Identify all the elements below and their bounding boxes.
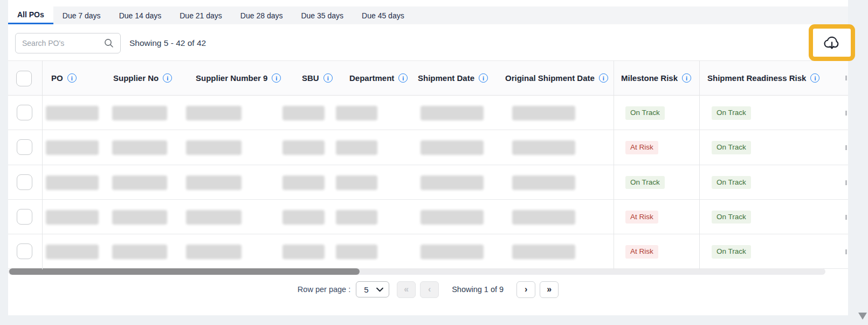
clipped-column-fragment <box>845 145 847 150</box>
redacted-cell-supplier-no <box>112 175 167 190</box>
info-icon[interactable]: i <box>323 73 333 83</box>
redacted-cell-supplier-number-9 <box>186 106 242 120</box>
column-header-shipment-readiness-risk: Shipment Readiness Riski <box>707 61 819 95</box>
tab-due-35-days[interactable]: Due 35 days <box>292 6 353 24</box>
rows-per-page-select[interactable]: 5 <box>356 281 389 297</box>
column-header-original-shipment-date: Original Shipment Datei <box>505 61 608 95</box>
cursor-artifact <box>858 313 867 320</box>
tab-label: All POs <box>17 10 44 19</box>
cloud-download-icon <box>822 33 842 52</box>
info-icon[interactable]: i <box>398 73 408 83</box>
readiness-risk-badge: On Track <box>712 141 751 154</box>
column-label: Supplier No <box>113 73 159 83</box>
tab-label: Due 28 days <box>240 11 283 20</box>
redacted-cell-original-shipment-date <box>512 210 575 225</box>
info-icon[interactable]: i <box>163 73 172 83</box>
row-checkbox[interactable] <box>17 209 32 225</box>
next-page-button[interactable]: › <box>516 281 535 298</box>
column-header-sbu: SBUi <box>302 61 333 95</box>
column-divider <box>614 60 614 269</box>
info-icon[interactable]: i <box>810 73 819 83</box>
redacted-cell-sbu <box>283 106 325 120</box>
tab-all-pos[interactable]: All POs <box>8 6 53 24</box>
redacted-cell-original-shipment-date <box>512 140 575 155</box>
column-header-department: Departmenti <box>349 61 408 95</box>
column-header-supplier-number-9: Supplier Number 9i <box>196 61 281 95</box>
select-all-checkbox[interactable] <box>16 71 32 86</box>
tab-label: Due 7 days <box>63 11 101 20</box>
redacted-cell-supplier-number-9 <box>186 210 242 225</box>
redacted-cell-shipment-date <box>421 175 484 190</box>
clipped-column-fragment <box>845 249 847 254</box>
chevron-down-icon <box>376 287 383 292</box>
redacted-cell-po <box>46 106 99 120</box>
redacted-cell-department <box>336 210 377 225</box>
tab-due-45-days[interactable]: Due 45 days <box>353 6 414 24</box>
redacted-cell-department <box>336 140 377 155</box>
po-table-panel: All POs Due 7 days Due 14 days Due 21 da… <box>8 0 848 315</box>
horizontal-scrollbar-thumb[interactable] <box>9 268 360 275</box>
redacted-cell-po <box>46 140 99 155</box>
clipped-column-fragment <box>845 76 847 80</box>
milestone-risk-badge: On Track <box>625 176 665 189</box>
tab-due-21-days[interactable]: Due 21 days <box>170 6 231 24</box>
tab-bar: All POs Due 7 days Due 14 days Due 21 da… <box>8 6 848 24</box>
column-label: Milestone Risk <box>621 73 678 83</box>
clipped-column-fragment <box>845 111 847 116</box>
first-page-button[interactable]: « <box>397 281 416 298</box>
redacted-cell-original-shipment-date <box>512 106 575 120</box>
column-label: Department <box>349 73 394 83</box>
tab-due-7-days[interactable]: Due 7 days <box>53 6 110 24</box>
redacted-cell-supplier-no <box>112 140 167 155</box>
info-icon[interactable]: i <box>272 73 281 83</box>
info-icon[interactable]: i <box>67 73 77 83</box>
table-row: At Risk On Track <box>8 130 848 165</box>
last-page-button[interactable]: » <box>540 281 559 298</box>
info-icon[interactable]: i <box>682 73 691 83</box>
table-row: At Risk On Track <box>8 234 848 269</box>
redacted-cell-original-shipment-date <box>512 175 575 190</box>
search-input[interactable] <box>16 39 101 48</box>
readiness-risk-badge: On Track <box>712 211 751 224</box>
readiness-risk-badge: On Track <box>712 176 751 189</box>
column-header-shipment-date: Shipment Datei <box>418 61 488 95</box>
download-button-highlight <box>809 24 855 61</box>
column-divider <box>42 60 43 269</box>
tab-label: Due 35 days <box>301 11 343 20</box>
clipped-column-fragment <box>845 180 847 185</box>
tab-due-14-days[interactable]: Due 14 days <box>110 6 171 24</box>
tab-label: Due 21 days <box>180 11 222 20</box>
milestone-risk-badge: On Track <box>625 106 665 120</box>
column-header-milestone-risk: Milestone Riski <box>621 61 691 95</box>
column-label: Shipment Date <box>418 73 474 83</box>
redacted-cell-department <box>336 245 377 259</box>
column-header-po: POi <box>51 61 77 95</box>
row-checkbox[interactable] <box>17 139 32 155</box>
table-row: At Risk On Track <box>8 200 848 234</box>
column-label: Original Shipment Date <box>505 73 595 83</box>
horizontal-scrollbar[interactable] <box>8 268 825 275</box>
column-label: Shipment Readiness Risk <box>707 73 806 83</box>
tab-due-28-days[interactable]: Due 28 days <box>231 6 292 24</box>
row-checkbox[interactable] <box>17 105 32 120</box>
download-button[interactable] <box>819 30 844 55</box>
redacted-cell-shipment-date <box>421 140 484 155</box>
redacted-cell-sbu <box>283 245 325 259</box>
info-icon[interactable]: i <box>599 73 608 83</box>
redacted-cell-sbu <box>283 210 325 225</box>
row-checkbox[interactable] <box>17 174 32 190</box>
previous-page-button[interactable]: ‹ <box>420 281 439 298</box>
clipped-column-fragment <box>845 215 847 220</box>
table-header-row: POi Supplier Noi Supplier Number 9i SBUi… <box>8 60 848 96</box>
table-body: On Track On Track At Risk On Track On Tr… <box>8 96 848 269</box>
milestone-risk-badge: At Risk <box>625 211 658 224</box>
redacted-cell-department <box>336 106 377 120</box>
column-label: SBU <box>302 73 319 83</box>
table-row: On Track On Track <box>8 165 848 200</box>
redacted-cell-sbu <box>283 140 325 155</box>
row-checkbox[interactable] <box>17 243 32 259</box>
redacted-cell-supplier-no <box>112 106 167 120</box>
rows-per-page-label: Row per page : <box>298 285 350 294</box>
info-icon[interactable]: i <box>479 73 488 83</box>
search-icon[interactable] <box>104 38 114 49</box>
